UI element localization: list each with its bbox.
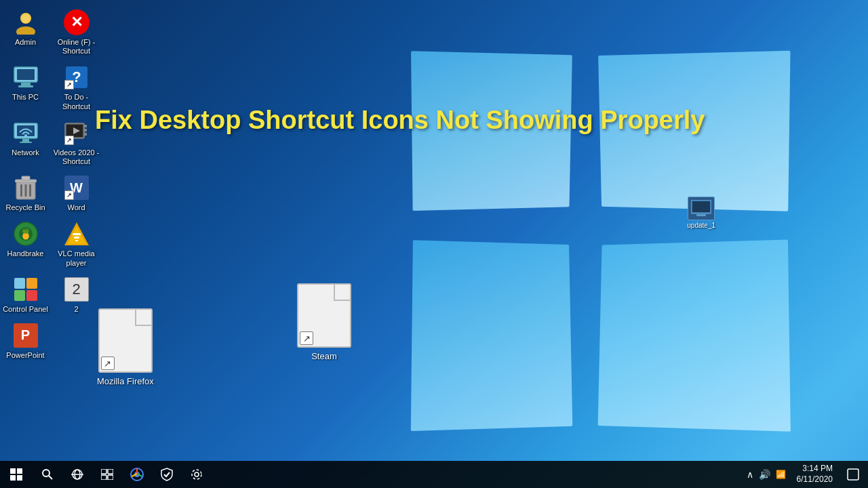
desktop-icon-num2[interactable]: 2 2 (51, 272, 102, 317)
desktop-icon-admin[interactable]: Admin (0, 5, 51, 59)
ppt-icon-bg: P (14, 323, 38, 348)
svg-rect-61 (848, 469, 859, 480)
desktop-icon-network[interactable]: Network (0, 116, 51, 169)
handbrake-label: Handbrake (7, 249, 44, 258)
desktop-icon-online-shortcut[interactable]: ✕ Online (F) - Shortcut (51, 5, 102, 59)
svg-point-45 (43, 470, 50, 476)
svg-point-1 (16, 26, 35, 35)
svg-rect-17 (84, 125, 87, 127)
desktop-icons-grid: Admin ✕ Online (F) - Shortcut This PC ? … (0, 5, 102, 365)
word-icon: W ↗ (63, 174, 90, 201)
recycle-bin-label: Recycle Bin (5, 203, 45, 212)
volume-icon[interactable]: 🔊 (759, 469, 770, 480)
svg-rect-23 (29, 184, 31, 197)
win-pane-bottomleft (411, 240, 573, 431)
desktop-icon-update1[interactable]: update_1 (687, 197, 715, 229)
system-tray: ∧ 🔊 📶 (741, 469, 791, 480)
network-label: Network (12, 148, 39, 157)
taskbar-chrome-button[interactable] (122, 461, 152, 488)
word-label: Word (67, 203, 85, 212)
svg-rect-12 (20, 142, 32, 143)
network-icon[interactable]: 📶 (776, 470, 786, 479)
svg-rect-31 (73, 233, 81, 235)
recycle-bin-icon (12, 174, 39, 201)
start-button[interactable] (0, 461, 33, 488)
svg-rect-21 (20, 184, 22, 197)
svg-rect-33 (75, 240, 78, 241)
videos-shortcut-icon: ↗ (63, 119, 90, 146)
videos-shortcut-label: Videos 2020 - Shortcut (53, 148, 100, 166)
svg-rect-36 (14, 290, 25, 301)
svg-rect-19 (84, 133, 87, 136)
desktop-icon-powerpoint[interactable]: P PowerPoint (0, 319, 51, 363)
desktop-icon-this-pc[interactable]: This PC (0, 60, 51, 114)
headline-text: Fix Desktop Shortcut Icons Not Showing P… (95, 105, 705, 136)
svg-rect-42 (17, 468, 22, 474)
powerpoint-label: PowerPoint (6, 351, 44, 360)
num2-label: 2 (74, 305, 78, 314)
vlc-icon (63, 220, 90, 247)
taskbar: ∧ 🔊 📶 3:14 PM 6/11/2020 (0, 461, 868, 488)
desktop-icon-control-panel[interactable]: Control Panel (0, 272, 51, 317)
shortcut-arrow-word: ↗ (64, 190, 74, 200)
svg-rect-52 (101, 475, 106, 480)
taskbar-search-button[interactable] (33, 461, 62, 488)
taskbar-clock[interactable]: 3:14 PM 6/11/2020 (791, 464, 838, 485)
desktop-icon-recycle-bin[interactable]: Recycle Bin (0, 171, 51, 216)
steam-label: Steam (311, 351, 337, 363)
powerpoint-icon: P (12, 322, 39, 349)
firefox-label: Mozilla Firefox (97, 376, 154, 388)
desktop-icon-vlc[interactable]: VLC media player (51, 217, 102, 270)
taskbar-notification-button[interactable] (838, 461, 868, 488)
control-panel-icon (12, 276, 39, 303)
svg-rect-50 (101, 469, 106, 474)
network-icon (12, 119, 39, 146)
win-pane-bottomright (598, 239, 791, 431)
svg-rect-37 (26, 290, 37, 301)
desktop-icon-word[interactable]: W ↗ Word (51, 171, 102, 216)
num2-bg: 2 (64, 277, 89, 302)
admin-icon (12, 9, 39, 36)
firefox-shortcut-arrow: ↗ (101, 357, 115, 370)
this-pc-icon (12, 64, 39, 91)
steam-shortcut-arrow: ↗ (300, 331, 313, 345)
desktop-icon-handbrake[interactable]: 🍍 Handbrake (0, 217, 51, 270)
svg-rect-6 (18, 85, 33, 87)
update1-icon (688, 197, 715, 220)
taskbar-snap-button[interactable] (92, 461, 122, 488)
desktop-icon-videos-shortcut[interactable]: ↗ Videos 2020 - Shortcut (51, 116, 102, 169)
svg-point-2 (22, 14, 30, 22)
svg-text:🍍: 🍍 (19, 227, 33, 240)
svg-rect-53 (108, 475, 113, 480)
this-pc-label: This PC (12, 93, 39, 102)
svg-rect-32 (74, 237, 79, 239)
svg-rect-41 (10, 468, 16, 474)
svg-rect-40 (696, 214, 706, 216)
desktop-icon-firefox[interactable]: ↗ Mozilla Firefox (97, 308, 154, 388)
admin-label: Admin (15, 38, 36, 47)
taskbar-settings-button[interactable] (182, 461, 212, 488)
svg-rect-22 (24, 184, 26, 197)
svg-point-59 (195, 472, 199, 476)
svg-rect-5 (21, 83, 31, 85)
control-panel-label: Control Panel (3, 305, 48, 314)
online-shortcut-label: Online (F) - Shortcut (53, 38, 100, 56)
taskbar-taskview-button[interactable] (62, 461, 92, 488)
error-x-icon: ✕ (64, 9, 90, 35)
desktop-icon-steam[interactable]: ↗ Steam (297, 283, 351, 363)
desktop-icon-todo-shortcut[interactable]: ? ↗ To Do - Shortcut (51, 60, 102, 114)
svg-rect-44 (17, 475, 22, 481)
taskbar-security-button[interactable] (152, 461, 182, 488)
taskbar-date: 6/11/2020 (797, 474, 833, 485)
show-hidden-icons[interactable]: ∧ (747, 469, 753, 480)
svg-rect-34 (14, 278, 25, 289)
svg-rect-35 (26, 278, 37, 289)
todo-shortcut-icon: ? ↗ (63, 64, 90, 91)
shortcut-arrow-videos: ↗ (64, 136, 74, 145)
handbrake-icon: 🍍 (12, 220, 39, 247)
vlc-label: VLC media player (53, 249, 100, 267)
svg-point-60 (192, 470, 201, 479)
shortcut-arrow-todo: ↗ (64, 80, 74, 89)
svg-line-46 (49, 476, 52, 479)
svg-rect-25 (22, 176, 30, 180)
